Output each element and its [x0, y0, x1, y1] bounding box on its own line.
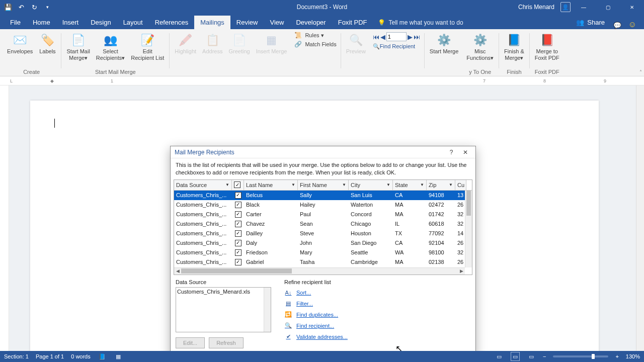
- finish-merge-button[interactable]: 📘Finish & Merge▾: [502, 31, 526, 62]
- tab-review[interactable]: Review: [230, 16, 264, 29]
- share-button[interactable]: 👥 Share: [571, 16, 610, 29]
- tab-references[interactable]: References: [149, 16, 194, 29]
- table-row[interactable]: Customers_Chris_...✓ChavezSeanChicagoIL6…: [174, 219, 472, 229]
- first-record-icon[interactable]: ⏮: [373, 33, 379, 41]
- merge-to-foxit-button[interactable]: 📕Merge to Foxit PDF: [533, 31, 561, 62]
- status-words[interactable]: 0 words: [71, 353, 91, 359]
- find-recipient-button[interactable]: 🔍Find Recipient: [373, 43, 420, 50]
- horizontal-ruler[interactable]: L ◆ 1 7 8 9: [0, 76, 644, 85]
- tab-foxit[interactable]: Foxit PDF: [332, 16, 373, 29]
- labels-button[interactable]: 🏷️Labels: [37, 31, 58, 56]
- table-row[interactable]: Customers_Chris_...✓DalyJohnSan DiegoCA9…: [174, 238, 472, 248]
- start-merge-button[interactable]: ⚙️Start Merge: [428, 31, 460, 56]
- web-layout-icon[interactable]: ▭: [527, 352, 536, 361]
- table-row[interactable]: Customers_Chris_...✓DailleySteveHoustonT…: [174, 229, 472, 238]
- status-section[interactable]: Section: 1: [4, 353, 29, 359]
- restore-button[interactable]: ▢: [597, 0, 619, 14]
- validate-addresses-link[interactable]: ✔Validate addresses...: [284, 331, 348, 342]
- start-mail-merge-button[interactable]: 📄Start Mail Merge▾: [64, 31, 92, 62]
- macro-icon[interactable]: ▦: [114, 352, 123, 361]
- tab-design[interactable]: Design: [85, 16, 117, 29]
- tab-file[interactable]: File: [4, 16, 27, 29]
- tab-layout[interactable]: Layout: [117, 16, 149, 29]
- customize-qat-icon[interactable]: ▾: [41, 1, 53, 13]
- table-row[interactable]: Customers_Chris_...✓BelcusSallySan LuisC…: [174, 191, 472, 200]
- tab-mailings[interactable]: Mailings: [194, 16, 230, 29]
- print-layout-icon[interactable]: ▭: [511, 352, 520, 361]
- row-checkbox[interactable]: ✓: [232, 202, 244, 208]
- tab-insert[interactable]: Insert: [56, 16, 85, 29]
- row-checkbox[interactable]: ✓: [232, 230, 244, 237]
- sort-link[interactable]: A↓Sort...: [284, 287, 348, 298]
- row-checkbox[interactable]: ✓: [232, 192, 244, 199]
- col-checkbox-all[interactable]: ✓: [232, 180, 244, 190]
- last-record-icon[interactable]: ⏭: [414, 33, 420, 41]
- prev-record-icon[interactable]: ◀: [380, 33, 385, 41]
- save-icon[interactable]: 💾: [2, 1, 14, 13]
- row-checkbox[interactable]: ✓: [232, 240, 244, 246]
- comments-icon[interactable]: 💬: [610, 22, 625, 29]
- col-state[interactable]: State▼: [393, 180, 427, 190]
- row-checkbox[interactable]: ✓: [232, 249, 244, 256]
- grid-horizontal-scrollbar[interactable]: ◀ ▶: [174, 267, 465, 275]
- undo-icon[interactable]: ↶: [15, 1, 27, 13]
- zoom-slider[interactable]: [553, 355, 608, 357]
- record-navigation: ⏮ ◀ ▶ ⏭: [373, 32, 420, 41]
- zoom-level[interactable]: 130%: [626, 353, 640, 359]
- dialog-titlebar[interactable]: Mail Merge Recipients ? ✕: [171, 146, 475, 158]
- data-source-list[interactable]: Customers_Chris_Menard.xls: [176, 287, 271, 332]
- dialog-close-button[interactable]: ✕: [459, 147, 471, 157]
- row-checkbox[interactable]: ✓: [232, 211, 244, 218]
- find-duplicates-link[interactable]: 🔁Find duplicates...: [284, 309, 348, 320]
- edit-recipient-list-button[interactable]: 📝Edit Recipient List: [129, 31, 166, 62]
- scroll-left-icon[interactable]: ◀: [174, 268, 181, 274]
- misc-functions-button[interactable]: ⚙️Misc Functions▾: [464, 31, 496, 62]
- check-all-checkbox[interactable]: ✓: [234, 182, 240, 188]
- filter-link[interactable]: ▤Filter...: [284, 298, 348, 309]
- select-recipients-button[interactable]: 👥Select Recipients▾: [94, 31, 127, 62]
- feedback-smile-icon[interactable]: ☺: [625, 20, 640, 29]
- cell-data-source: Customers_Chris_...: [174, 230, 232, 236]
- zoom-in-button[interactable]: +: [615, 353, 618, 359]
- envelopes-button[interactable]: ✉️Envelopes: [5, 31, 35, 56]
- vertical-ruler[interactable]: [0, 85, 9, 351]
- rules-button[interactable]: 📜Rules ▾: [294, 31, 336, 39]
- tab-home[interactable]: Home: [27, 16, 56, 29]
- redo-icon[interactable]: ↻: [28, 1, 40, 13]
- col-cu[interactable]: Cu: [455, 180, 466, 190]
- col-zip[interactable]: Zip▼: [427, 180, 455, 190]
- close-button[interactable]: ✕: [621, 0, 643, 14]
- find-recipient-link[interactable]: 🔍Find recipient...: [284, 320, 348, 331]
- table-row[interactable]: Customers_Chris_...✓BlackHaileyWatertonM…: [174, 200, 472, 210]
- avatar-icon[interactable]: 👤: [560, 2, 571, 12]
- zoom-out-button[interactable]: −: [543, 353, 546, 359]
- record-number-input[interactable]: [386, 32, 407, 41]
- table-row[interactable]: Customers_Chris_...✓GabrielTashaCambridg…: [174, 257, 472, 267]
- tell-me-search[interactable]: 💡 Tell me what you want to do: [373, 16, 468, 29]
- table-row[interactable]: Customers_Chris_...✓CarterPaulConcordMA0…: [174, 210, 472, 219]
- tab-developer[interactable]: Developer: [290, 16, 332, 29]
- status-page[interactable]: Page 1 of 1: [36, 353, 64, 359]
- col-data-source[interactable]: Data Source▼: [174, 180, 232, 190]
- col-city[interactable]: City▼: [349, 180, 393, 190]
- grid-vertical-scrollbar[interactable]: [465, 191, 472, 267]
- col-first-name[interactable]: First Name▼: [298, 180, 349, 190]
- row-checkbox[interactable]: ✓: [232, 259, 244, 265]
- dialog-help-button[interactable]: ?: [445, 147, 457, 157]
- minimize-button[interactable]: —: [573, 0, 595, 14]
- table-row[interactable]: Customers_Chris_...✓FriedsonMarySeattleW…: [174, 248, 472, 257]
- grid-body: Customers_Chris_...✓BelcusSallySan LuisC…: [174, 191, 472, 267]
- data-source-item[interactable]: Customers_Chris_Menard.xls: [177, 289, 270, 295]
- row-checkbox[interactable]: ✓: [232, 221, 244, 227]
- spellcheck-icon[interactable]: 📘: [98, 352, 107, 361]
- collapse-ribbon-icon[interactable]: ˄: [639, 69, 642, 75]
- account-user[interactable]: Chris Menard: [518, 4, 554, 11]
- list-scrollbar[interactable]: [264, 288, 271, 332]
- col-last-name[interactable]: Last Name▼: [244, 180, 298, 190]
- match-fields-button[interactable]: 🔗Match Fields: [294, 40, 336, 48]
- scroll-right-icon[interactable]: ▶: [458, 268, 465, 274]
- next-record-icon[interactable]: ▶: [408, 33, 413, 41]
- read-mode-icon[interactable]: ▭: [495, 352, 504, 361]
- tab-view[interactable]: View: [264, 16, 290, 29]
- vertical-scrollbar[interactable]: [636, 85, 644, 351]
